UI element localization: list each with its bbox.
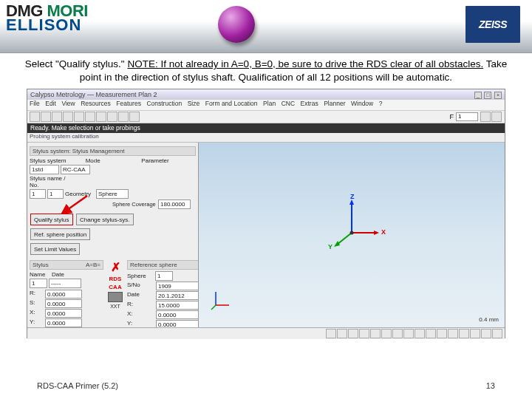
menu-item[interactable]: CNC [282,100,295,107]
set-limit-values-button[interactable]: Set Limit Values [30,243,80,255]
menu-item[interactable]: Construction [146,100,182,107]
toolbar-field[interactable]: 1 [456,112,478,121]
close-button[interactable]: × [494,92,502,99]
zeiss-logo: ZEISS [466,6,520,43]
invalid-icon: ✗ [111,260,120,274]
xxt-label: XXT [110,304,120,309]
ref-date: 20.1.2012 [156,291,199,300]
view-button[interactable] [470,329,480,338]
logo-text: ELLISON [6,18,88,33]
menu-item[interactable]: Resources [81,100,111,107]
axis-x-label: X [381,228,386,236]
toolbar-button[interactable] [107,112,117,122]
view-toolbar [27,327,505,339]
menu-item[interactable]: Plan [263,100,276,107]
coverage-label: Sphere Coverage [112,201,157,208]
toolbar-button[interactable] [491,112,502,122]
maximize-button[interactable]: □ [484,92,491,99]
view-button[interactable] [481,329,491,338]
toolbar-button[interactable] [74,112,84,122]
toolbar-button[interactable] [129,112,140,122]
window-title: Calypso Metrology — Measurement Plan 2 [30,91,157,98]
minimize-button[interactable]: _ [474,92,482,99]
stylus-name-value[interactable]: 1 [30,279,47,288]
tab[interactable]: Probing system calibration [30,133,99,140]
stylus-system-field[interactable]: 1std [30,165,59,174]
ref-sphere-position-button[interactable]: Ref. sphere position [30,228,90,240]
coverage-field[interactable]: 180.0000 [158,200,191,209]
date-header: Date [52,271,64,278]
slide-footer: RDS-CAA Primer (5.2) 13 [0,381,532,390]
panel-header: Stylus system: Stylus Management [30,146,196,156]
menu-item[interactable]: ? [379,100,383,107]
stylus-icon-column: ✗ RDS CAA XXT [108,260,123,309]
toolbar-button[interactable] [85,112,95,122]
view-button[interactable] [459,329,469,338]
ref-sphere-value[interactable]: 1 [155,271,173,281]
qualify-stylus-button[interactable]: Qualify stylus [30,214,73,225]
toolbar-button[interactable] [41,112,51,122]
field-label: F [450,113,454,120]
ref-y: 0.0000 [156,320,199,327]
dmg-mori-ellison-logo: DMG MORI ELLISON [6,4,88,32]
titlebar: Calypso Metrology — Measurement Plan 2 _… [27,89,505,100]
view-button[interactable] [415,329,425,338]
logo-text: ZEISS [479,18,507,30]
view-button[interactable] [348,329,358,338]
mode-field[interactable]: RC-CAA [61,165,90,174]
geometry-field[interactable]: Sphere [96,189,129,199]
axis-triad: Z X Y [322,196,381,256]
view-button[interactable] [426,329,436,338]
view-button[interactable] [337,329,347,338]
change-stylus-button[interactable]: Change stylus-sys. [76,214,134,225]
ref-r: 15.0000 [156,301,199,310]
meas-x: 0.0000 [45,309,82,318]
toolbar-button[interactable] [30,112,40,122]
toolbar-button[interactable] [118,112,129,122]
stylus-number-field[interactable]: 1 [30,189,46,199]
toolbar-button[interactable] [96,112,106,122]
menu-item[interactable]: Size [188,100,200,107]
view-button[interactable] [326,329,336,338]
probe-icon [108,292,123,302]
measurement-grid: R:0.0000 S:0.0000 X:0.0000 Y:0.0000 Z:0.… [30,290,103,327]
meas-y: 0.0000 [45,318,82,327]
view-button[interactable] [492,329,502,338]
view-button[interactable] [381,329,392,338]
slide-header: DMG MORI ELLISON ZEISS [0,0,532,53]
toolbar-button[interactable] [52,112,62,122]
ref-sphere-grid: S/No1909 Date20.1.2012 R:15.0000 X:0.000… [127,282,199,327]
origin-triad [210,289,232,313]
menu-item[interactable]: Window [351,100,373,107]
axis-z-label: Z [350,193,355,200]
stylus-date-value: ----- [49,279,81,288]
menu-item[interactable]: View [61,100,75,107]
toolbar-button[interactable] [63,112,73,122]
calypso-window: Calypso Metrology — Measurement Plan 2 _… [27,89,505,338]
view-button[interactable] [437,329,447,338]
3d-viewport[interactable]: Z X Y 0.4 mm [199,143,505,327]
meas-s: 0.0000 [45,299,82,308]
instruction-pre: Select "Qualify stylus." [25,58,128,69]
svg-line-10 [211,305,216,310]
menu-item[interactable]: Planner [324,100,345,107]
workarea: Stylus system: Stylus Management Stylus … [27,143,505,327]
view-button[interactable] [448,329,458,338]
menu-item[interactable]: File [30,100,40,107]
view-button[interactable] [359,329,369,338]
menu-item[interactable]: Edit [45,100,56,107]
view-button[interactable] [370,329,381,338]
stylus-section: Stylus A=B= [30,260,103,270]
menu-item[interactable]: Features [116,100,141,107]
stylus-number-field2[interactable]: 1 [47,189,64,199]
stylus-name-label: Stylus name / No. [30,175,71,188]
view-button[interactable] [403,329,414,338]
col-hdr: Stylus system [30,157,84,164]
toolbar-button[interactable] [480,112,491,122]
menu-item[interactable]: Extras [301,100,318,107]
stylus-panel: Stylus system: Stylus Management Stylus … [27,143,199,327]
menu-item[interactable]: Form and Location [205,100,258,107]
svg-line-5 [337,233,352,245]
axis-y-label: Y [328,243,332,250]
view-button[interactable] [392,329,403,338]
